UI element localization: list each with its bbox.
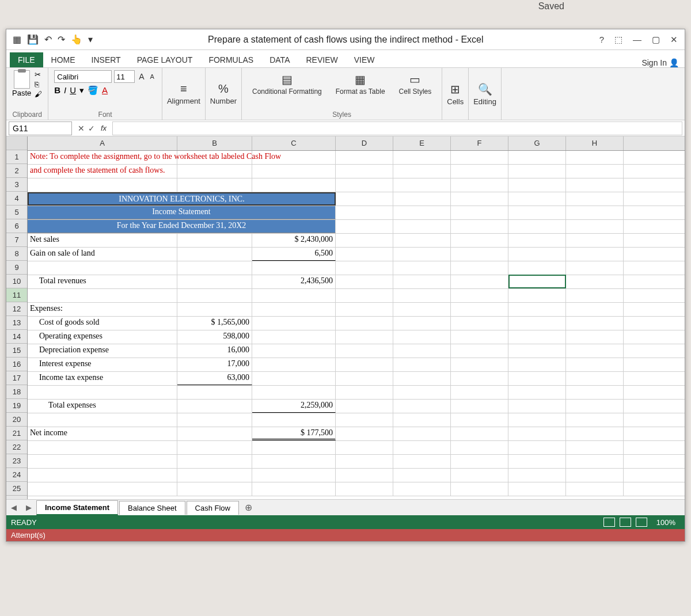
row-header[interactable]: 23 [6, 454, 27, 468]
paste-button[interactable]: Paste [12, 70, 31, 97]
tab-view[interactable]: VIEW [346, 52, 383, 67]
cell-c10[interactable]: 2,436,500 [252, 275, 336, 288]
cell-a7[interactable]: Net sales [28, 234, 177, 247]
formula-bar[interactable] [112, 121, 682, 135]
tab-home[interactable]: HOME [43, 52, 83, 67]
sheet-tab-income[interactable]: Income Statement [36, 500, 118, 515]
cut-icon[interactable]: ✂ [35, 70, 42, 79]
minimize-icon[interactable]: — [631, 35, 644, 45]
zoom-level[interactable]: 100% [652, 518, 680, 527]
row-header[interactable]: 12 [6, 302, 27, 316]
row-header[interactable]: 8 [6, 247, 27, 261]
tab-data[interactable]: DATA [261, 52, 298, 67]
redo-icon[interactable]: ↷ [56, 34, 67, 45]
cell-c7[interactable]: $ 2,430,000 [252, 234, 336, 247]
cell-a19[interactable]: Total expenses [28, 400, 177, 413]
cell-a12[interactable]: Expenses: [28, 303, 177, 316]
format-as-table-button[interactable]: ▦ Format as Table [331, 70, 390, 98]
cell-a14[interactable]: Operating expenses [28, 330, 177, 344]
cell-a17[interactable]: Income tax expense [28, 372, 177, 385]
cancel-formula-icon[interactable]: ✕ [78, 124, 85, 133]
col-header[interactable]: H [566, 136, 624, 150]
row-header[interactable]: 22 [6, 440, 27, 454]
enter-formula-icon[interactable]: ✓ [88, 124, 95, 133]
row-header[interactable]: 14 [6, 330, 27, 344]
row-header[interactable]: 16 [6, 358, 27, 371]
border-icon[interactable]: ▾ [79, 85, 84, 96]
row-header[interactable]: 24 [6, 468, 27, 482]
cell-b13[interactable]: $ 1,565,000 [177, 317, 252, 330]
row-header[interactable]: 17 [6, 371, 27, 385]
cell-a4[interactable]: INNOVATION ELECTRONICS, INC. [28, 192, 336, 206]
cell-a5[interactable]: Income Statement [28, 206, 336, 219]
col-header[interactable]: A [28, 136, 177, 150]
cell-b14[interactable]: 598,000 [177, 330, 252, 344]
cells-area[interactable]: Note: To complete the assignment, go to … [28, 151, 685, 496]
row-header[interactable]: 19 [6, 399, 27, 413]
copy-icon[interactable]: ⎘ [35, 80, 42, 89]
tab-file[interactable]: FILE [10, 52, 43, 67]
row-header[interactable]: 1 [6, 150, 27, 164]
cell-a1[interactable]: Note: To complete the assignment, go to … [28, 151, 177, 164]
cell-c19[interactable]: 2,259,000 [252, 400, 336, 413]
row-header[interactable]: 15 [6, 344, 27, 358]
ribbon-options-icon[interactable]: ⬚ [612, 35, 625, 45]
font-name-input[interactable] [54, 70, 112, 83]
cells-button[interactable]: ⊞ Cells [442, 68, 469, 120]
cell-c21[interactable]: $ 177,500 [252, 427, 336, 440]
cell-c8[interactable]: 6,500 [252, 248, 336, 261]
cell-a13[interactable]: Cost of goods sold [28, 317, 177, 330]
row-header[interactable]: 3 [6, 178, 27, 192]
fill-color-icon[interactable]: 🪣 [88, 85, 98, 96]
row-header[interactable]: 9 [6, 261, 27, 275]
help-icon[interactable]: ? [597, 35, 606, 45]
col-header[interactable]: B [177, 136, 252, 150]
add-sheet-icon[interactable]: ⊕ [240, 502, 257, 513]
underline-button[interactable]: U [70, 85, 76, 96]
col-header[interactable]: D [336, 136, 393, 150]
touch-mode-icon[interactable]: 👆 [69, 34, 84, 45]
sheet-tab-cashflow[interactable]: Cash Flow [187, 501, 239, 515]
alignment-button[interactable]: ≡ Alignment [162, 68, 206, 120]
editing-button[interactable]: 🔍 Editing [469, 68, 502, 120]
italic-button[interactable]: I [64, 85, 66, 96]
col-header[interactable]: E [393, 136, 451, 150]
row-header[interactable]: 2 [6, 164, 27, 178]
format-painter-icon[interactable]: 🖌 [35, 90, 42, 98]
tab-review[interactable]: REVIEW [298, 52, 346, 67]
cell-a10[interactable]: Total revenues [28, 275, 177, 288]
close-icon[interactable]: ✕ [668, 35, 680, 45]
sheet-tab-balance[interactable]: Balance Sheet [119, 501, 185, 515]
col-header[interactable]: C [252, 136, 336, 150]
fx-icon[interactable]: fx [98, 124, 109, 133]
cell-a8[interactable]: Gain on sale of land [28, 248, 177, 261]
row-header[interactable]: 13 [6, 316, 27, 330]
tab-formulas[interactable]: FORMULAS [200, 52, 261, 67]
cell-a15[interactable]: Depreciation expense [28, 344, 177, 358]
cell-a6[interactable]: For the Year Ended December 31, 20X2 [28, 220, 336, 233]
tab-insert[interactable]: INSERT [83, 52, 129, 67]
save-icon[interactable]: 💾 [25, 34, 40, 45]
qat-customize-icon[interactable]: ▾ [86, 34, 94, 45]
row-header[interactable]: 4 [6, 192, 27, 206]
cell-a16[interactable]: Interest expense [28, 358, 177, 371]
row-header[interactable]: 25 [6, 482, 27, 496]
select-all-corner[interactable] [6, 136, 27, 150]
row-header[interactable]: 11 [6, 288, 27, 302]
page-break-view-icon[interactable] [636, 518, 647, 527]
cell-b15[interactable]: 16,000 [177, 344, 252, 358]
font-size-input[interactable] [114, 70, 135, 83]
name-box[interactable] [9, 121, 72, 135]
conditional-formatting-button[interactable]: ▤ Conditional Formatting [248, 70, 326, 98]
cell-b16[interactable]: 17,000 [177, 358, 252, 371]
normal-view-icon[interactable] [603, 518, 615, 527]
row-header[interactable]: 5 [6, 206, 27, 219]
cell-a21[interactable]: Net income [28, 427, 177, 440]
row-header[interactable]: 7 [6, 233, 27, 247]
tab-nav-prev[interactable]: ◀ [6, 503, 21, 512]
page-layout-view-icon[interactable] [620, 518, 631, 527]
decrease-font-icon[interactable]: A [149, 73, 156, 80]
cell-styles-button[interactable]: ▭ Cell Styles [394, 70, 436, 98]
sign-in-link[interactable]: Sign In 👤 [641, 58, 685, 67]
bold-button[interactable]: B [54, 85, 60, 96]
